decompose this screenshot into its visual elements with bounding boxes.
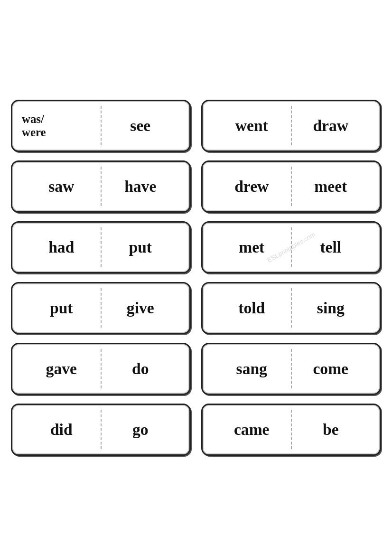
card-8: told sing <box>201 282 381 334</box>
word-see: see <box>101 117 180 135</box>
card-11: did go <box>11 404 191 456</box>
word-tell: tell <box>291 238 371 256</box>
word-put: put <box>101 238 180 256</box>
word-go: go <box>101 421 180 439</box>
card-2: went draw <box>201 100 381 152</box>
word-saw: saw <box>22 178 101 196</box>
word-told: told <box>212 299 291 317</box>
word-went: went <box>212 117 291 135</box>
word-came: came <box>212 421 291 439</box>
card-3: saw have <box>11 160 191 213</box>
card-10: sang come <box>201 343 381 395</box>
word-come: come <box>291 360 371 378</box>
word-put2: put <box>22 299 101 317</box>
card-6: met tell ESLprintables.com <box>201 221 381 273</box>
card-1: was/were see <box>11 100 191 152</box>
word-drew: drew <box>212 178 291 196</box>
word-do: do <box>101 360 180 378</box>
word-have: have <box>101 178 180 196</box>
word-sang: sang <box>212 360 291 378</box>
word-was-were: was/were <box>22 113 101 139</box>
word-draw: draw <box>291 117 371 135</box>
word-meet: meet <box>291 178 371 196</box>
card-grid: was/were see went draw saw have drew mee… <box>11 100 381 456</box>
card-5: had put <box>11 221 191 273</box>
word-had: had <box>22 238 101 256</box>
card-12: came be <box>201 404 381 456</box>
word-sing: sing <box>291 299 371 317</box>
word-met: met <box>212 238 291 256</box>
card-9: gave do <box>11 343 191 395</box>
word-gave: gave <box>22 360 101 378</box>
card-7: put give <box>11 282 191 334</box>
word-did: did <box>22 421 101 439</box>
word-be: be <box>291 421 371 439</box>
card-4: drew meet <box>201 160 381 213</box>
word-give: give <box>101 299 180 317</box>
